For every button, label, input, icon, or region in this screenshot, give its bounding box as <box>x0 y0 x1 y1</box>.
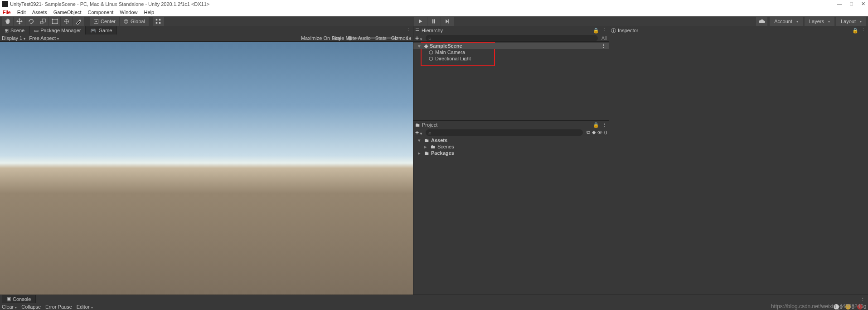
panel-menu-icon[interactable]: ⋮ <box>602 122 607 128</box>
hierarchy-project-pane: ☰ Hierarchy 🔒⋮ + ⌕ All ▾ ◈ SampleScene ⋮ <box>413 26 609 295</box>
svg-rect-16 <box>432 20 433 24</box>
project-header[interactable]: 🖿 Project 🔒⋮ <box>413 121 609 129</box>
menu-component[interactable]: Component <box>87 10 113 15</box>
minimize-icon[interactable]: — <box>837 1 842 7</box>
console-collapse-toggle[interactable]: Collapse <box>21 304 41 310</box>
project-assets-folder[interactable]: ▾ 🖿 Assets <box>413 137 609 143</box>
snap-button[interactable] <box>153 17 165 26</box>
menu-file[interactable]: File <box>3 10 11 15</box>
gizmos-dropdown[interactable]: Gizmos <box>391 35 411 41</box>
hierarchy-tree[interactable]: ▾ ◈ SampleScene ⋮ ⬡ Main Camera ⬡ Direct… <box>413 42 609 120</box>
console-error-pause-toggle[interactable]: Error Pause <box>45 304 72 310</box>
foldout-icon[interactable]: ▾ <box>418 43 422 49</box>
gameobject-icon: ⬡ <box>429 56 433 62</box>
game-icon: 🎮 <box>90 28 97 34</box>
hierarchy-item-light[interactable]: ⬡ Directional Light <box>413 55 609 62</box>
svg-rect-1 <box>42 19 45 22</box>
tab-scene[interactable]: ⊞ Scene <box>0 26 29 34</box>
folder-icon: 🖿 <box>424 138 429 143</box>
pause-button[interactable] <box>427 17 441 26</box>
lock-icon[interactable]: 🔒 <box>593 122 599 128</box>
foldout-icon[interactable]: ▸ <box>424 144 429 150</box>
scene-icon: ⊞ <box>5 28 9 34</box>
hierarchy-header[interactable]: ☰ Hierarchy 🔒⋮ <box>413 26 609 34</box>
inspector-header[interactable]: ⓘ Inspector 🔒⋮ <box>609 26 868 34</box>
maximize-icon[interactable]: □ <box>850 1 853 7</box>
project-scenes-folder[interactable]: ▸ 🖿 Scenes <box>413 143 609 150</box>
hierarchy-filter-all[interactable]: All <box>601 35 607 41</box>
menu-help[interactable]: Help <box>144 10 154 15</box>
menu-window[interactable]: Window <box>120 10 137 15</box>
hierarchy-panel: ☰ Hierarchy 🔒⋮ + ⌕ All ▾ ◈ SampleScene ⋮ <box>413 26 609 121</box>
main-area: ⊞ Scene ▭ Package Manager 🎮 Game ⋮ Displ… <box>0 26 868 295</box>
panel-menu-icon[interactable]: ⋮ <box>602 28 607 34</box>
tab-options-icon[interactable]: ⋮ <box>406 28 411 34</box>
foldout-icon[interactable]: ▾ <box>418 138 422 143</box>
scale-tool-button[interactable] <box>37 17 49 26</box>
hierarchy-search[interactable]: ⌕ <box>426 35 598 41</box>
custom-tool-button[interactable] <box>73 17 84 26</box>
move-tool-button[interactable] <box>14 17 25 26</box>
play-button[interactable] <box>414 17 427 26</box>
lock-icon[interactable]: 🔒 <box>593 28 599 34</box>
project-tree[interactable]: ▾ 🖿 Assets ▸ 🖿 Scenes ▸ 🖿 Packages <box>413 136 609 295</box>
project-search[interactable]: ⌕ <box>426 129 583 136</box>
panel-menu-icon[interactable]: ⋮ <box>861 28 866 34</box>
project-packages-folder[interactable]: ▸ 🖿 Packages <box>413 150 609 156</box>
maximize-on-play-toggle[interactable]: Maximize On Play <box>301 35 341 41</box>
scene-menu-icon[interactable]: ⋮ <box>601 43 606 49</box>
svg-rect-18 <box>448 20 449 24</box>
mute-audio-toggle[interactable]: Mute Audio <box>346 35 371 41</box>
watermark-text: https://blog.csdn.net/weixin_44708240 <box>771 303 863 310</box>
rect-tool-button[interactable] <box>49 17 61 26</box>
cloud-button[interactable] <box>756 17 768 26</box>
svg-rect-17 <box>434 20 435 24</box>
menu-bar: File Edit Assets GameObject Component Wi… <box>0 8 868 16</box>
console-tab-bar: ▣ Console ⋮ <box>0 295 868 303</box>
favorites-icon[interactable]: ⧉ <box>587 129 590 135</box>
svg-point-4 <box>56 19 58 20</box>
aspect-dropdown[interactable]: Free Aspect <box>29 35 59 41</box>
console-editor-dropdown[interactable]: Editor <box>77 304 93 310</box>
menu-assets[interactable]: Assets <box>32 10 47 15</box>
close-icon[interactable]: ✕ <box>861 1 865 7</box>
display-dropdown[interactable]: Display 1 <box>2 35 25 41</box>
hidden-toggle[interactable]: 👁 <box>597 130 602 135</box>
hierarchy-scene-root[interactable]: ▾ ◈ SampleScene ⋮ <box>413 43 609 49</box>
tab-package-manager[interactable]: ▭ Package Manager <box>29 26 86 34</box>
console-clear-button[interactable]: Clear <box>2 304 17 310</box>
lock-icon[interactable]: 🔒 <box>852 28 858 34</box>
account-dropdown[interactable]: Account <box>770 17 803 26</box>
foldout-icon[interactable]: ▸ <box>418 150 422 156</box>
game-view[interactable] <box>0 42 413 295</box>
tab-game[interactable]: 🎮 Game <box>86 26 117 34</box>
project-create-dropdown[interactable]: + <box>415 129 422 136</box>
layers-dropdown[interactable]: Layers <box>805 17 834 26</box>
create-dropdown[interactable]: + <box>415 34 422 42</box>
inspector-body <box>609 34 868 295</box>
pivot-rotation-button[interactable]: Global <box>120 17 149 26</box>
step-button[interactable] <box>441 17 455 26</box>
menu-gameobject[interactable]: GameObject <box>53 10 82 15</box>
cloud-icon <box>758 19 766 24</box>
filter-icon[interactable]: ◆ <box>592 129 596 135</box>
scene-tab-bar: ⊞ Scene ▭ Package Manager 🎮 Game ⋮ <box>0 26 413 34</box>
rotate-tool-button[interactable] <box>25 17 37 26</box>
console-menu-icon[interactable]: ⋮ <box>860 296 865 302</box>
tab-console[interactable]: ▣ Console <box>2 295 36 303</box>
console-icon: ▣ <box>6 296 11 302</box>
svg-rect-15 <box>159 22 161 24</box>
project-toolbar: + ⌕ ⧉ ◆ 👁 0 <box>413 129 609 136</box>
pivot-mode-button[interactable]: Center <box>90 17 120 26</box>
stats-toggle[interactable]: Stats <box>375 35 387 41</box>
transform-tool-button[interactable] <box>61 17 73 26</box>
inspector-pane: ⓘ Inspector 🔒⋮ <box>609 26 868 295</box>
folder-icon: 🖿 <box>431 144 436 149</box>
hierarchy-item-camera[interactable]: ⬡ Main Camera <box>413 49 609 55</box>
folder-icon: 🖿 <box>415 122 420 128</box>
menu-edit[interactable]: Edit <box>17 10 26 15</box>
svg-rect-13 <box>159 19 161 21</box>
layout-dropdown[interactable]: Layout <box>836 17 866 26</box>
hand-tool-button[interactable] <box>2 17 14 26</box>
hidden-count: 0 <box>604 130 607 135</box>
